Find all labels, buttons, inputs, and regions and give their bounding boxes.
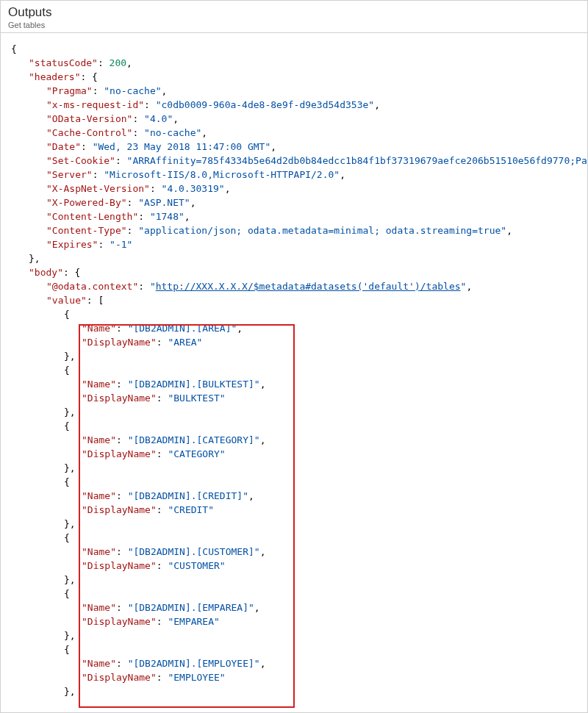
table-entry-displayname: "DisplayName": "CUSTOMER" [11, 559, 577, 573]
table-entry-displayname: "DisplayName": "BULKTEST" [11, 391, 577, 405]
table-entry-name: "Name": "[DB2ADMIN].[EMPAREA]", [11, 601, 577, 615]
table-entry-name: "Name": "[DB2ADMIN].[CUSTOMER]", [11, 545, 577, 559]
table-entry-name: "Name": "[DB2ADMIN].[CREDIT]", [11, 489, 577, 503]
odata-context-link[interactable]: http://XXX.X.X.X/$metadata#datasets('def… [156, 281, 461, 292]
table-entry-name: "Name": "[DB2ADMIN].[EMPLOYEE]", [11, 656, 577, 670]
outputs-header: Outputs Get tables [1, 1, 587, 33]
json-output: { "statusCode": 200, "headers": { "Pragm… [1, 33, 587, 698]
outputs-subtitle: Get tables [8, 21, 580, 29]
table-entry-displayname: "DisplayName": "EMPLOYEE" [11, 670, 577, 684]
outputs-title: Outputs [8, 5, 580, 20]
table-entry-displayname: "DisplayName": "CATEGORY" [11, 447, 577, 461]
table-entry-name: "Name": "[DB2ADMIN].[AREA]", [11, 321, 577, 335]
table-entry-displayname: "DisplayName": "EMPAREA" [11, 615, 577, 628]
value-array: {"Name": "[DB2ADMIN].[AREA]","DisplayNam… [11, 307, 577, 698]
table-entry-name: "Name": "[DB2ADMIN].[CATEGORY]", [11, 433, 577, 447]
table-entry-displayname: "DisplayName": "AREA" [11, 335, 577, 349]
table-entry-name: "Name": "[DB2ADMIN].[BULKTEST]", [11, 377, 577, 391]
table-entry-displayname: "DisplayName": "CREDIT" [11, 503, 577, 517]
